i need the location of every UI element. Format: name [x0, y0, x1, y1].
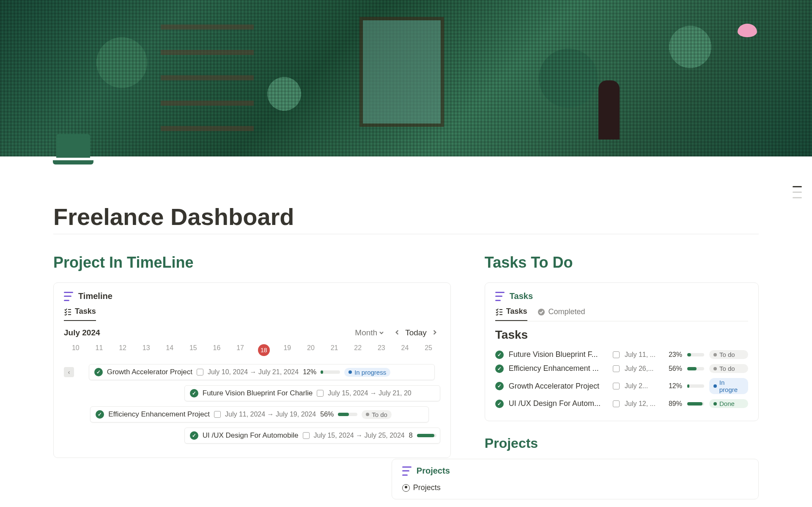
- section-timeline-heading: Project In TimeLine: [53, 254, 451, 271]
- task-row[interactable]: UI /UX Design For Autom...July 12, ...89…: [495, 397, 748, 411]
- timeline-bar-pct: 8: [409, 432, 413, 439]
- timeline-bar-title: Growth Accelerator Project: [107, 368, 192, 376]
- task-pct: 23%: [664, 351, 682, 359]
- check-icon: [495, 382, 504, 390]
- tasks-tab-tasks[interactable]: Tasks: [495, 307, 527, 321]
- timeline-collapse[interactable]: ‹: [64, 367, 74, 377]
- checklist-icon: [64, 308, 71, 315]
- timeline-day: 19: [276, 343, 299, 358]
- timeline-day: 12: [111, 343, 134, 358]
- timeline-next[interactable]: [429, 329, 440, 337]
- chevron-right-icon: [432, 329, 438, 335]
- open-icon: [613, 400, 620, 407]
- timeline-tab-label: Tasks: [75, 307, 96, 316]
- section-tasks-heading: Tasks To Do: [485, 254, 759, 271]
- open-icon: [613, 351, 620, 358]
- chevron-down-icon: [379, 330, 384, 335]
- timeline-row: Future Vision Blueprint For CharlieJuly …: [64, 384, 440, 403]
- projects-card-title[interactable]: Projects: [417, 466, 450, 476]
- timeline-bar[interactable]: Future Vision Blueprint For CharlieJuly …: [184, 385, 440, 401]
- status-pill: In progress: [344, 368, 390, 377]
- timeline-day: 18: [252, 343, 276, 358]
- timeline-day: 13: [134, 343, 158, 358]
- progress-bar: [687, 367, 704, 370]
- timeline-card-title[interactable]: Timeline: [78, 291, 112, 301]
- timeline-bar[interactable]: UI /UX Design For AutomobileJuly 15, 202…: [184, 428, 440, 444]
- task-date: July 2...: [625, 382, 658, 390]
- timeline-day: 10: [64, 343, 88, 358]
- progress-bar: [417, 434, 436, 437]
- check-icon: [190, 389, 198, 397]
- task-row[interactable]: Efficiency Enhancement ...July 26,...56%…: [495, 362, 748, 375]
- timeline-rows: ‹Growth Accelerator ProjectJuly 10, 2024…: [64, 363, 440, 445]
- chevron-left-icon: [394, 329, 400, 335]
- cover-image: [0, 0, 812, 156]
- timeline-day: 20: [299, 343, 323, 358]
- progress-bar: [338, 413, 357, 416]
- page-icon-laptop[interactable]: [54, 129, 92, 167]
- timeline-row: UI /UX Design For AutomobileJuly 15, 202…: [64, 426, 440, 445]
- status-pill: Done: [709, 399, 748, 408]
- timeline-bar[interactable]: Growth Accelerator ProjectJuly 10, 2024 …: [89, 364, 435, 380]
- timeline-bar-date: July 10, 2024 → July 21, 2024: [208, 368, 299, 376]
- person-icon: [402, 484, 410, 492]
- projects-tab[interactable]: Projects: [402, 481, 748, 492]
- timeline-bar-date: July 15, 2024 → July 21, 20: [328, 389, 411, 397]
- database-icon: [402, 466, 411, 476]
- cover-fish: [738, 24, 757, 37]
- cover-shelf: [161, 13, 254, 131]
- timeline-card: Timeline Tasks July 2024 Month: [53, 282, 451, 458]
- open-icon: [214, 411, 221, 418]
- open-icon: [303, 432, 310, 439]
- cover-window: [359, 17, 444, 127]
- timeline-day: 15: [181, 343, 205, 358]
- open-icon: [197, 369, 203, 375]
- timeline-tab-tasks[interactable]: Tasks: [64, 307, 96, 321]
- svg-point-0: [538, 309, 545, 315]
- task-pct: 12%: [664, 382, 682, 390]
- timeline-day-header: 10111213141516171819202122232425: [64, 343, 440, 358]
- progress-bar: [687, 384, 704, 388]
- outline-indicator[interactable]: [793, 186, 802, 198]
- check-icon: [94, 368, 103, 376]
- task-date: July 12, ...: [625, 400, 658, 408]
- tasks-card-title[interactable]: Tasks: [510, 291, 533, 301]
- laptop-icon: [56, 134, 90, 158]
- timeline-bar-title: Future Vision Blueprint For Charlie: [203, 389, 313, 397]
- check-circle-icon: [538, 308, 545, 316]
- timeline-scale-select[interactable]: Month: [355, 328, 384, 337]
- task-date: July 11, ...: [625, 351, 658, 359]
- timeline-bar-title: UI /UX Design For Automobile: [203, 431, 299, 440]
- timeline-day: 24: [393, 343, 417, 358]
- timeline-day: 14: [158, 343, 181, 358]
- task-row[interactable]: Future Vision Blueprint F...July 11, ...…: [495, 348, 748, 362]
- open-icon: [317, 390, 324, 397]
- progress-bar: [687, 353, 704, 356]
- timeline-day-current: 18: [258, 344, 270, 356]
- task-title: Efficiency Enhancement ...: [509, 364, 608, 373]
- status-pill: To do: [709, 364, 748, 373]
- tasks-tab-completed[interactable]: Completed: [538, 307, 585, 321]
- cover-figure: [598, 80, 620, 140]
- timeline-row: ‹Growth Accelerator ProjectJuly 10, 2024…: [64, 363, 440, 381]
- timeline-month-label: July 2024: [64, 328, 100, 337]
- timeline-row: Efficiency Enhancement ProjectJuly 11, 2…: [64, 405, 440, 424]
- timeline-bar[interactable]: Efficiency Enhancement ProjectJuly 11, 2…: [90, 406, 429, 422]
- timeline-today-button[interactable]: Today: [405, 328, 427, 337]
- task-row[interactable]: Growth Accelerator ProjectJuly 2...12%In…: [495, 375, 748, 397]
- status-pill: In progre: [709, 378, 748, 394]
- page-title[interactable]: Freelance Dashboard: [53, 203, 759, 230]
- timeline-day: 17: [228, 343, 252, 358]
- timeline-prev[interactable]: [392, 329, 403, 337]
- task-pct: 56%: [664, 365, 682, 373]
- timeline-day: 21: [323, 343, 346, 358]
- task-pct: 89%: [664, 400, 682, 408]
- task-date: July 26,...: [625, 365, 658, 373]
- check-icon: [96, 410, 104, 419]
- timeline-bar-pct: 56%: [320, 411, 334, 418]
- timeline-day: 11: [88, 343, 111, 358]
- timeline-bar-date: July 15, 2024 → July 25, 2024: [314, 432, 405, 439]
- task-title: Growth Accelerator Project: [509, 382, 608, 391]
- open-icon: [613, 383, 620, 389]
- projects-card: Projects Projects: [392, 459, 759, 499]
